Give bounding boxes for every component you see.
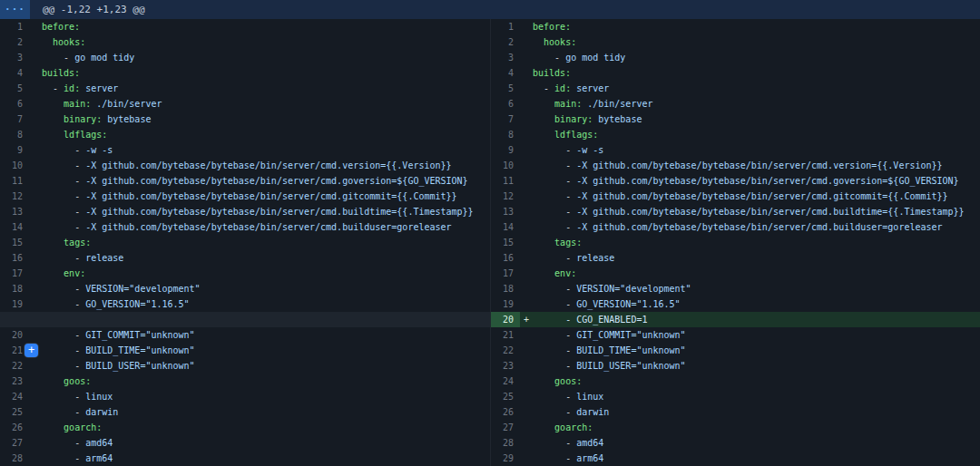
line-number[interactable]: 27 bbox=[0, 435, 29, 451]
line-number[interactable]: 22 bbox=[491, 343, 520, 358]
diff-code-row: 11 - -X github.com/bytebase/bytebase/bin… bbox=[0, 173, 490, 189]
line-number[interactable]: 17 bbox=[491, 266, 520, 281]
line-number[interactable]: 24 bbox=[0, 389, 29, 404]
line-number[interactable]: 5 bbox=[491, 81, 520, 96]
line-number[interactable]: 4 bbox=[491, 65, 520, 81]
diff-code-row: 16 - release bbox=[491, 250, 980, 266]
diff-code-row: 14 - -X github.com/bytebase/bytebase/bin… bbox=[491, 219, 980, 235]
line-number[interactable]: 1 bbox=[491, 19, 520, 34]
line-number[interactable]: 9 bbox=[491, 142, 520, 158]
code-line: - release bbox=[520, 250, 980, 266]
line-number[interactable]: 24 bbox=[491, 374, 520, 389]
diff-code-row: 1before: bbox=[491, 19, 980, 34]
diff-code-row: 8 ldflags: bbox=[491, 127, 980, 142]
diff-code-row: 17 env: bbox=[0, 266, 490, 281]
line-number[interactable]: 26 bbox=[0, 420, 29, 435]
code-line: - -X github.com/bytebase/bytebase/bin/se… bbox=[29, 219, 490, 235]
line-number[interactable]: 11 bbox=[491, 173, 520, 189]
line-number[interactable]: 1 bbox=[0, 19, 29, 34]
line-number[interactable]: 4 bbox=[0, 65, 29, 81]
line-number[interactable]: 3 bbox=[491, 50, 520, 65]
code-line: builds: bbox=[29, 65, 490, 81]
diff-code-row: 10 - -X github.com/bytebase/bytebase/bin… bbox=[491, 158, 980, 173]
code-line: - linux bbox=[520, 389, 980, 404]
line-number[interactable]: 7 bbox=[491, 112, 520, 127]
line-number[interactable]: 29 bbox=[491, 451, 520, 466]
code-line: - -X github.com/bytebase/bytebase/bin/se… bbox=[520, 204, 980, 219]
expand-hunk-button[interactable]: ··· bbox=[0, 0, 30, 19]
line-number[interactable]: 9 bbox=[0, 142, 29, 158]
line-number[interactable]: 25 bbox=[491, 389, 520, 404]
diff-code-row: 18 - VERSION="development" bbox=[491, 281, 980, 296]
line-number[interactable]: 17 bbox=[0, 266, 29, 281]
line-number[interactable]: 13 bbox=[491, 204, 520, 219]
diff-code-row: 24 goos: bbox=[491, 374, 980, 389]
diff-code-row: 22 - BUILD_USER="unknown" bbox=[0, 358, 490, 374]
line-number[interactable]: 8 bbox=[0, 127, 29, 142]
diff-code-row: 19 - GO_VERSION="1.16.5" bbox=[491, 296, 980, 312]
code-line: - BUILD_USER="unknown" bbox=[29, 358, 490, 374]
line-number[interactable]: 2 bbox=[0, 34, 29, 50]
diff-code-row: 21 - BUILD_TIME="unknown"+ bbox=[0, 343, 490, 358]
hunk-header-row: ··· @@ -1,22 +1,23 @@ bbox=[0, 0, 980, 19]
line-number[interactable]: 20 bbox=[491, 312, 520, 327]
diff-code-row: 28 - amd64 bbox=[491, 435, 980, 451]
code-line: - id: server bbox=[520, 81, 980, 96]
code-line: - -w -s bbox=[29, 142, 490, 158]
line-number[interactable]: 15 bbox=[0, 235, 29, 250]
line-number[interactable]: 12 bbox=[491, 189, 520, 204]
line-number[interactable]: 28 bbox=[491, 435, 520, 451]
line-number[interactable]: 13 bbox=[0, 204, 29, 219]
line-number[interactable]: 3 bbox=[0, 50, 29, 65]
code-line: - VERSION="development" bbox=[29, 281, 490, 296]
code-line: - -X github.com/bytebase/bytebase/bin/se… bbox=[29, 189, 490, 204]
code-line: goos: bbox=[29, 374, 490, 389]
line-number[interactable]: 12 bbox=[0, 189, 29, 204]
add-comment-button[interactable]: + bbox=[24, 344, 38, 357]
diff-code-row: 21 - GIT_COMMIT="unknown" bbox=[491, 327, 980, 343]
line-number[interactable]: 20 bbox=[0, 327, 29, 343]
line-number[interactable]: 28 bbox=[0, 451, 29, 466]
line-number[interactable]: 25 bbox=[0, 404, 29, 420]
line-number[interactable]: 26 bbox=[491, 404, 520, 420]
line-number[interactable]: 8 bbox=[491, 127, 520, 142]
line-number[interactable]: 23 bbox=[491, 358, 520, 374]
line-number[interactable]: 2 bbox=[491, 34, 520, 50]
line-number[interactable]: 23 bbox=[0, 374, 29, 389]
line-number[interactable]: 7 bbox=[0, 112, 29, 127]
diff-added-row: 20+ - CGO_ENABLED=1 bbox=[491, 312, 980, 327]
diff-code-row: 25 - linux bbox=[491, 389, 980, 404]
line-number[interactable]: 6 bbox=[491, 96, 520, 112]
line-number[interactable]: 18 bbox=[0, 281, 29, 296]
line-number[interactable]: 10 bbox=[491, 158, 520, 173]
diff-code-row: 26 goarch: bbox=[0, 420, 490, 435]
line-number[interactable]: 19 bbox=[491, 296, 520, 312]
code-line: - release bbox=[29, 250, 490, 266]
line-number[interactable]: 15 bbox=[491, 235, 520, 250]
code-line: - arm64 bbox=[520, 451, 980, 466]
line-number[interactable]: 5 bbox=[0, 81, 29, 96]
code-line: - BUILD_TIME="unknown" bbox=[29, 343, 490, 358]
diff-code-row: 1before: bbox=[0, 19, 490, 34]
line-number[interactable]: 27 bbox=[491, 420, 520, 435]
line-number[interactable]: 14 bbox=[0, 219, 29, 235]
diff-code-row: 24 - linux bbox=[0, 389, 490, 404]
line-number[interactable]: 10 bbox=[0, 158, 29, 173]
line-number[interactable]: 14 bbox=[491, 219, 520, 235]
line-number[interactable]: 22 bbox=[0, 358, 29, 374]
code-line: - darwin bbox=[29, 404, 490, 420]
diff-code-row: 27 goarch: bbox=[491, 420, 980, 435]
code-line: - -X github.com/bytebase/bytebase/bin/se… bbox=[520, 158, 980, 173]
line-number[interactable]: 6 bbox=[0, 96, 29, 112]
diff-panes: 1before:2 hooks:3 - go mod tidy4builds:5… bbox=[0, 19, 980, 466]
code-line: - id: server bbox=[29, 81, 490, 96]
line-number[interactable]: 16 bbox=[0, 250, 29, 266]
line-number[interactable]: 16 bbox=[491, 250, 520, 266]
line-number[interactable]: 11 bbox=[0, 173, 29, 189]
code-line: - -X github.com/bytebase/bytebase/bin/se… bbox=[520, 173, 980, 189]
hunk-header-text: @@ -1,22 +1,23 @@ bbox=[30, 0, 145, 19]
code-line: hooks: bbox=[520, 34, 980, 50]
line-number[interactable]: 21 bbox=[491, 327, 520, 343]
line-number[interactable]: 19 bbox=[0, 296, 29, 312]
line-number[interactable]: 18 bbox=[491, 281, 520, 296]
